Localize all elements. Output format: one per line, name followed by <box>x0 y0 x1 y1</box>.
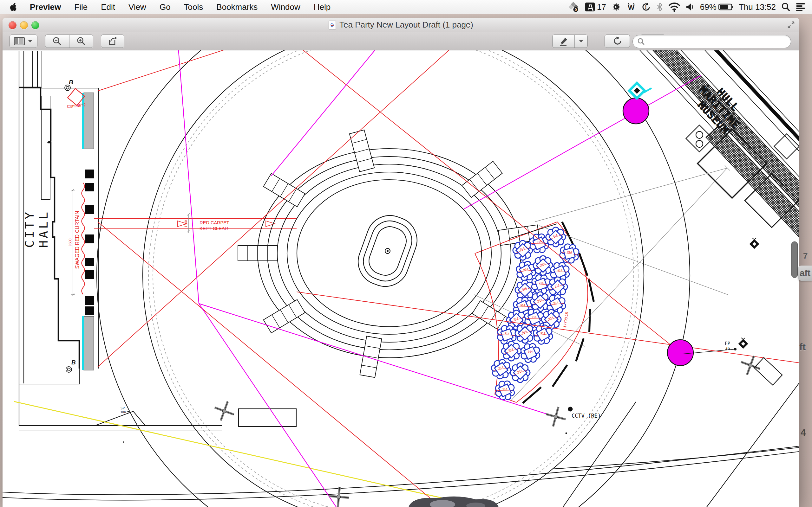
annotate-split-button <box>552 35 588 48</box>
svg-text:!: ! <box>645 4 647 10</box>
magenta-marker-right <box>667 340 693 366</box>
zoom-out-button[interactable] <box>45 35 69 48</box>
sp-label-2: 30W <box>120 410 126 414</box>
tea-table <box>518 340 543 365</box>
roads <box>3 51 799 507</box>
seating-fan: 5000.09 17708.15 <box>474 165 730 403</box>
menu-help[interactable]: Help <box>307 0 337 14</box>
menu-bookmarks[interactable]: Bookmarks <box>210 0 264 14</box>
notification-center-icon[interactable] <box>796 3 806 11</box>
sidebar-icon <box>14 37 25 45</box>
b-marker-bottom: B <box>66 359 76 372</box>
svg-text:0: 0 <box>575 8 577 12</box>
chevron-down-icon <box>27 39 33 43</box>
b-marker-top-label: B <box>69 79 73 86</box>
document-proxy-icon[interactable] <box>328 20 336 30</box>
city-hall-label-1: CITY <box>22 210 37 248</box>
desktop-file-fragment[interactable]: ft <box>799 342 806 352</box>
desktop-file-fragment[interactable]: 7 <box>803 251 808 261</box>
menu-file[interactable]: File <box>67 0 94 14</box>
search-field[interactable] <box>632 35 791 48</box>
clock-text: Thu 13:52 <box>739 2 776 12</box>
b-marker-top: B <box>65 79 73 91</box>
menu-view[interactable]: View <box>122 0 153 14</box>
wifi-icon[interactable] <box>668 2 680 12</box>
search-icon <box>637 38 645 45</box>
cyan-highlight-diamond <box>629 83 652 98</box>
tea-table <box>502 341 521 361</box>
vertical-scrollbar[interactable] <box>792 241 798 278</box>
fountain <box>352 209 424 293</box>
fan-dim-lines <box>474 165 730 401</box>
carpet-label-2: KEPT CLEAR <box>200 226 228 231</box>
document-canvas[interactable]: 914 <box>3 50 799 507</box>
share-icon <box>108 37 117 46</box>
photo-sliver <box>409 497 499 507</box>
tea-table <box>490 358 513 381</box>
carpet-label-1: RED CARPET <box>200 220 229 225</box>
battery-percent: 69% <box>700 2 716 12</box>
fp-label-2: 36 <box>725 346 730 351</box>
rotate-left-icon <box>612 36 622 46</box>
desktop-file-fragment[interactable]: aft <box>798 266 812 281</box>
carpet-dim: 1800 <box>184 220 188 227</box>
title-bar[interactable]: Tea Party New Layout Draft (1 page) <box>3 18 799 32</box>
tablet-driver-icon[interactable]: W <box>626 2 636 12</box>
spotlight-icon[interactable] <box>781 2 791 12</box>
tea-table <box>510 363 530 383</box>
search-input[interactable] <box>647 37 786 46</box>
gear-menu-icon[interactable] <box>611 2 621 12</box>
tea-table <box>546 227 565 247</box>
app-diamonds-icon[interactable]: 0 <box>569 2 580 12</box>
apple-icon <box>9 2 18 12</box>
sight-lines-magenta <box>177 50 701 507</box>
annotate-pen-button[interactable] <box>553 35 575 48</box>
volume-icon[interactable] <box>686 3 695 11</box>
bluetooth-icon[interactable] <box>656 2 663 12</box>
tea-table <box>492 378 517 403</box>
preview-window: Tea Party New Layout Draft (1 page) <box>3 18 799 507</box>
cctv-annotation: CCTV (RE) <box>568 407 601 419</box>
clock[interactable]: Thu 13:52 <box>739 2 776 12</box>
city-hall-columns <box>85 170 94 315</box>
fullscreen-icon[interactable] <box>787 21 795 29</box>
tea-table <box>513 240 532 260</box>
square-boundary-circles <box>97 50 690 507</box>
fp-label-1: FP <box>725 341 730 346</box>
desktop-file-fragment[interactable]: 4 <box>801 427 806 438</box>
menu-tools[interactable]: Tools <box>177 0 210 14</box>
annotate-dropdown[interactable] <box>575 35 588 48</box>
svg-text:W: W <box>628 3 635 11</box>
apple-menu[interactable] <box>0 2 22 12</box>
swag-curtain-line <box>82 183 85 294</box>
curtain-annotation: SWAGED RED CURTAIN 9600 <box>68 183 85 296</box>
adobe-status-icon[interactable]: 17 <box>585 2 606 12</box>
swag-curtain-label: SWAGED RED CURTAIN <box>74 211 80 269</box>
menu-go[interactable]: Go <box>153 0 177 14</box>
zoom-out-icon <box>52 37 62 46</box>
menu-edit[interactable]: Edit <box>94 0 122 14</box>
oval-stairs <box>238 130 540 377</box>
chevron-down-icon <box>578 40 583 43</box>
menu-bar: Preview File Edit View Go Tools Bookmark… <box>0 0 812 14</box>
sync-alert-icon[interactable]: ! <box>641 2 651 12</box>
share-button[interactable] <box>101 35 124 48</box>
tea-table <box>515 324 535 343</box>
city-hall: CITY HALL <box>19 51 98 384</box>
sidebar-view-button[interactable] <box>9 35 38 48</box>
zoom-in-button[interactable] <box>69 35 93 48</box>
tea-table <box>548 277 567 297</box>
zoom-controls <box>45 35 93 48</box>
cctv-label: CCTV (RE) <box>571 412 601 419</box>
zoom-in-icon <box>77 37 86 46</box>
window-title: Tea Party New Layout Draft (1 page) <box>339 20 473 30</box>
rotate-button[interactable] <box>605 35 630 48</box>
tea-table <box>533 256 553 275</box>
b-marker-bottom-label: B <box>71 359 76 366</box>
fan-dim-outer: 17708.15 <box>563 312 569 328</box>
site-plan-drawing: 914 <box>3 50 799 507</box>
menu-window[interactable]: Window <box>264 0 307 14</box>
highlighter-icon <box>559 37 568 46</box>
toolbar <box>3 32 799 50</box>
menu-app-name[interactable]: Preview <box>22 0 67 14</box>
